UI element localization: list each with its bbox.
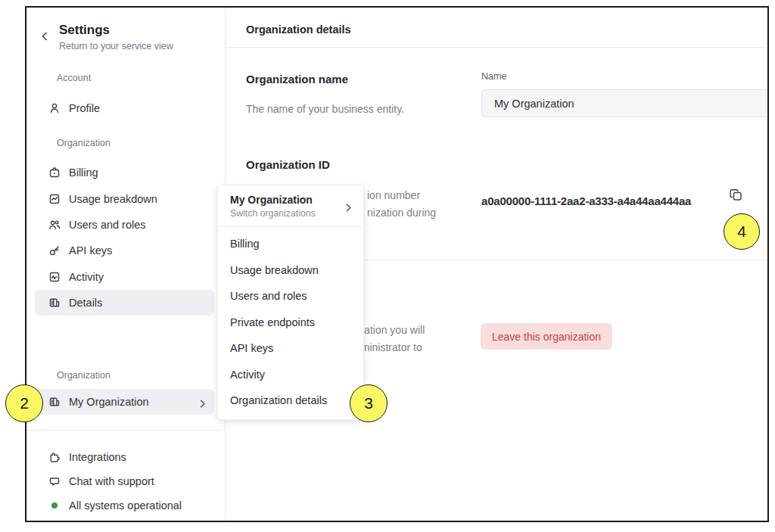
annotation-badge-3: 3 <box>350 384 388 422</box>
sidebar-item-my-organization[interactable]: My Organization <box>35 389 214 415</box>
annotation-badge-2: 2 <box>5 384 43 422</box>
leave-description-fragment: dministrator to <box>355 341 422 353</box>
dropdown-item-billing[interactable]: Billing <box>218 231 363 257</box>
key-icon <box>48 244 61 257</box>
sidebar-item-label: Activity <box>69 271 104 283</box>
copy-icon[interactable] <box>729 188 744 203</box>
chevron-right-icon <box>198 398 207 406</box>
status-label: All systems operational <box>69 499 182 512</box>
sidebar-item-chat-support[interactable]: Chat with support <box>35 471 214 492</box>
leave-description-fragment: ization you will <box>356 324 425 336</box>
organization-id-value: a0a00000-1111-2aa2-a333-a4a44aa444aa <box>481 194 691 207</box>
organization-details-icon <box>48 297 61 309</box>
puzzle-icon <box>48 451 61 463</box>
activity-icon <box>48 271 61 283</box>
sidebar-item-label: Usage breakdown <box>69 193 157 205</box>
sidebar-item-profile[interactable]: Profile <box>35 95 214 121</box>
chat-bubble-icon <box>48 475 61 487</box>
org-id-section-title: Organization ID <box>246 158 330 171</box>
sidebar-title: Settings <box>59 23 110 38</box>
dropdown-item-api-keys[interactable]: API keys <box>218 335 363 362</box>
dropdown-item-users-and-roles[interactable]: Users and roles <box>218 283 363 310</box>
sidebar-item-label: Billing <box>69 166 98 179</box>
usage-chart-icon <box>48 193 61 205</box>
dropdown-item-private-endpoints[interactable]: Private endpoints <box>218 310 363 336</box>
app-window: Settings Return to your service view Acc… <box>25 6 769 522</box>
org-id-description-fragment: nization during <box>367 207 436 219</box>
status-dot-icon <box>51 502 58 509</box>
dropdown-item-activity[interactable]: Activity <box>218 362 363 388</box>
dropdown-title: My Organization <box>230 194 353 206</box>
dropdown-divider <box>218 226 363 227</box>
util-item-label: Integrations <box>69 451 126 463</box>
back-chevron-icon[interactable] <box>40 30 49 39</box>
billing-icon <box>48 166 61 179</box>
name-field-label: Name <box>481 71 506 82</box>
sidebar-subtitle[interactable]: Return to your service view <box>59 41 173 51</box>
sidebar-item-users-and-roles[interactable]: Users and roles <box>35 212 214 238</box>
dropdown-subtitle: Switch organizations <box>230 208 353 219</box>
annotation-badge-4: 4 <box>724 213 760 250</box>
org-name-section-title: Organization name <box>246 73 348 86</box>
sidebar-item-api-keys[interactable]: API keys <box>35 238 214 263</box>
leave-organization-button[interactable]: Leave this organization <box>481 323 612 350</box>
sidebar-item-label: API keys <box>69 244 112 257</box>
sidebar-item-label: My Organization <box>69 396 149 408</box>
sidebar-divider <box>26 430 226 431</box>
dropdown-header-my-organization[interactable]: My Organization Switch organizations <box>218 185 363 226</box>
page-title: Organization details <box>246 23 351 36</box>
dropdown-item-usage-breakdown[interactable]: Usage breakdown <box>218 257 363 284</box>
section-label-account: Account <box>57 73 91 83</box>
sidebar-item-system-status[interactable]: All systems operational <box>35 495 214 516</box>
chevron-right-icon <box>344 201 353 210</box>
settings-sidebar: Settings Return to your service view Acc… <box>26 8 226 521</box>
sidebar-item-integrations[interactable]: Integrations <box>35 446 214 468</box>
section-label-organization-2: Organization <box>57 370 110 381</box>
users-icon <box>48 219 61 231</box>
org-name-section-description: The name of your business entity. <box>246 103 404 115</box>
sidebar-item-label: Profile <box>69 102 100 114</box>
header-divider <box>226 47 767 48</box>
sidebar-item-billing[interactable]: Billing <box>35 160 214 185</box>
name-input[interactable]: My Organization <box>481 89 767 117</box>
sidebar-item-usage-breakdown[interactable]: Usage breakdown <box>35 186 214 212</box>
name-input-value: My Organization <box>494 98 574 110</box>
org-id-description-fragment: ion number <box>367 189 420 201</box>
sidebar-item-label: Users and roles <box>69 219 146 231</box>
sidebar-item-details[interactable]: Details <box>35 290 214 316</box>
organization-dropdown-menu: My Organization Switch organizations Bil… <box>217 185 364 420</box>
section-label-organization: Organization <box>57 138 110 148</box>
dropdown-item-organization-details[interactable]: Organization details <box>218 387 363 414</box>
person-icon <box>48 102 61 114</box>
organization-icon <box>48 396 61 408</box>
util-item-label: Chat with support <box>69 475 154 487</box>
sidebar-item-activity[interactable]: Activity <box>35 264 214 290</box>
sidebar-item-label: Details <box>69 297 102 309</box>
